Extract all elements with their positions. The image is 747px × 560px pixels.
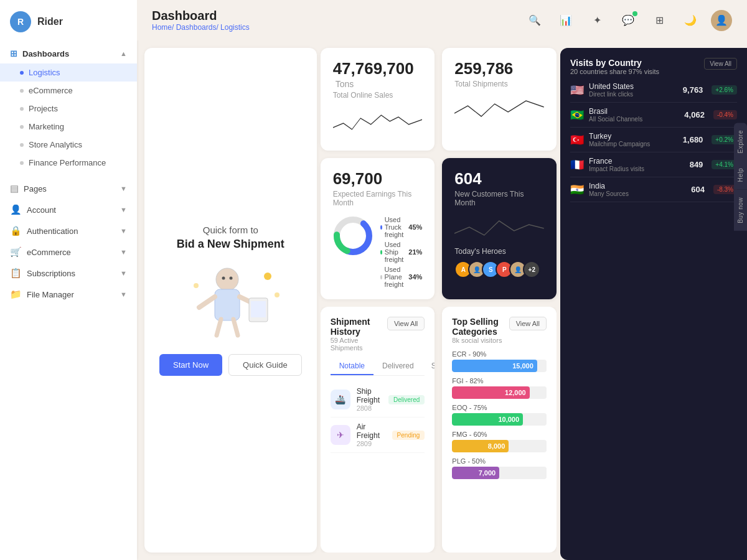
active-dot — [20, 71, 24, 75]
category-bar-item: FGI - 82% 12,000 — [452, 377, 547, 399]
sidebar-logo: R Rider — [0, 0, 137, 44]
sidebar-item-store-analytics[interactable]: Store Analytics — [0, 136, 137, 154]
chevron-down-icon: ▼ — [120, 291, 127, 298]
ship-freight-icon: 🚢 — [331, 390, 350, 409]
header-right: 🔍 📊 ✦ 💬 ⊞ 🌙 👤 — [524, 10, 732, 31]
country-visits: 9,763 — [683, 85, 703, 95]
plane-dot — [380, 275, 382, 279]
breadcrumb-home: Home/ — [152, 23, 174, 32]
sidebar-item-projects[interactable]: Projects — [0, 100, 137, 118]
sidebar-item-store-analytics-label: Store Analytics — [29, 140, 82, 149]
country-flag: 🇫🇷 — [570, 158, 584, 172]
country-change: +4.1% — [712, 160, 737, 169]
truck-pct: 45% — [408, 223, 422, 231]
list-item: 🇹🇷 Turkey Mailchimp Campaigns 1,680 +0.2… — [570, 128, 737, 152]
category-bar-item: ECR - 90% 15,000 — [452, 350, 547, 372]
sidebar-item-ecommerce-nav[interactable]: 🛒 eCommerce ▼ — [0, 241, 137, 263]
country-visits: 849 — [690, 160, 703, 169]
list-item: 🇫🇷 France Impact Radius visits 849 +4.1% — [570, 152, 737, 177]
buy-now-tab[interactable]: Buy now — [734, 190, 747, 231]
countries-view-all-button[interactable]: View All — [704, 58, 737, 70]
tab-shipping[interactable]: Shipping — [423, 358, 435, 375]
category-bar-item: EOQ - 75% 10,000 — [452, 404, 547, 426]
sidebar-item-ecommerce[interactable]: eCommerce — [0, 82, 137, 100]
dashboards-group-header[interactable]: ⊞ Dashboards ▲ — [0, 44, 137, 63]
sidebar-item-file-manager[interactable]: 📁 File Manager ▼ — [0, 284, 137, 305]
tab-delivered[interactable]: Delivered — [374, 358, 423, 375]
chevron-down-icon: ▼ — [120, 185, 127, 192]
svg-line-2 — [199, 297, 215, 307]
bar-label: PLG - 50% — [452, 457, 547, 465]
promo-panel: Quick form to Bid a New Shipment — [144, 48, 317, 553]
total-shipments-label: Total Shipments — [454, 80, 544, 88]
sidebar-item-account[interactable]: 👤 Account ▼ — [0, 199, 137, 220]
svg-line-5 — [233, 319, 238, 335]
sidebar-item-pages[interactable]: ▤ Pages ▼ — [0, 178, 137, 199]
sidebar-item-logistics-label: Logistics — [29, 68, 60, 77]
total-shipments-card: 259,786 Total Shipments — [442, 48, 557, 151]
right-panel: Explore Help Buy now Visits by Country 2… — [560, 48, 747, 560]
earnings-value: 69,700 — [333, 169, 423, 189]
sidebar-item-logistics[interactable]: Logistics — [0, 63, 137, 82]
account-icon: 👤 — [10, 204, 22, 215]
messages-icon-btn[interactable]: 💬 — [618, 10, 639, 31]
quick-guide-button[interactable]: Quick Guide — [228, 354, 302, 376]
svg-point-12 — [194, 283, 199, 288]
settings-icon-btn[interactable]: ✦ — [586, 10, 608, 31]
hero-avatar-more: +2 — [523, 261, 540, 278]
status-badge-2: Pending — [392, 431, 425, 440]
country-info: Turkey Mailchimp Campaigns — [589, 132, 678, 147]
svg-point-11 — [275, 292, 280, 297]
customers-card: 604 New Customers This Month Today's Her… — [442, 158, 557, 299]
ship-pct: 21% — [408, 248, 422, 256]
ship-info: Air Freight 2809 — [357, 422, 386, 447]
header: Dashboard Home/ Dashboards/ Logistics 🔍 … — [137, 0, 747, 40]
ship-name: Ship Freight — [357, 387, 382, 404]
status-badge: Delivered — [388, 395, 425, 404]
bar-track: 12,000 — [452, 386, 547, 399]
country-source: Many Sources — [589, 190, 686, 197]
customers-sparkline — [454, 213, 544, 245]
sidebar-item-subscriptions[interactable]: 📋 Subscriptions ▼ — [0, 263, 137, 284]
chevron-down-icon: ▼ — [120, 248, 127, 256]
sidebar-item-ecommerce-label: eCommerce — [29, 86, 73, 95]
user-avatar[interactable]: 👤 — [711, 10, 732, 31]
chart-icon-btn[interactable]: 📊 — [555, 10, 576, 31]
search-icon-btn[interactable]: 🔍 — [524, 10, 545, 31]
country-visits: 4,062 — [684, 110, 705, 119]
country-list: 🇺🇸 United States Direct link clicks 9,76… — [570, 78, 737, 202]
shipment-history-card: Shipment History 59 Active Shipments Vie… — [321, 307, 435, 553]
sidebar-item-authentication[interactable]: 🔒 Authentication ▼ — [0, 220, 137, 241]
svg-point-0 — [216, 268, 238, 291]
explore-tab[interactable]: Explore — [734, 123, 747, 161]
categories-view-all-button[interactable]: View All — [509, 317, 547, 330]
breadcrumb: Home/ Dashboards/ Logistics — [152, 23, 250, 32]
sidebar-item-marketing[interactable]: Marketing — [0, 118, 137, 136]
file-manager-label: File Manager — [27, 290, 74, 299]
pages-label: Pages — [24, 184, 47, 194]
country-name: United States — [589, 82, 678, 91]
start-now-button[interactable]: Start Now — [159, 354, 222, 376]
shipment-view-all-button[interactable]: View All — [387, 317, 425, 330]
chevron-up-icon: ▲ — [120, 50, 127, 57]
shipment-history-subtitle: 59 Active Shipments — [331, 337, 387, 352]
dot — [20, 107, 24, 111]
dark-mode-icon-btn[interactable]: 🌙 — [680, 10, 701, 31]
categories-title: Top Selling Categories — [452, 317, 509, 337]
tab-notable[interactable]: Notable — [331, 358, 374, 375]
pages-icon: ▤ — [10, 183, 19, 194]
help-tab[interactable]: Help — [734, 161, 747, 190]
donut-chart — [333, 216, 373, 256]
total-sales-card: 47,769,700 Tons Total Online Sales — [321, 48, 435, 151]
bar-label: ECR - 90% — [452, 350, 547, 358]
promo-illustration — [181, 261, 280, 342]
country-info: France Impact Radius visits — [589, 157, 685, 172]
grid-view-icon-btn[interactable]: ⊞ — [649, 10, 670, 31]
bar-value: 8,000 — [488, 442, 505, 450]
country-info: United States Direct link clicks — [589, 82, 678, 98]
customers-value: 604 — [454, 169, 544, 189]
sidebar-item-finance-performance[interactable]: Finance Performance — [0, 154, 137, 172]
bar-track: 15,000 — [452, 360, 547, 372]
bar-label: EOQ - 75% — [452, 404, 547, 411]
categories-bars: ECR - 90% 15,000 FGI - 82% 12,000 EOQ - … — [452, 350, 547, 479]
